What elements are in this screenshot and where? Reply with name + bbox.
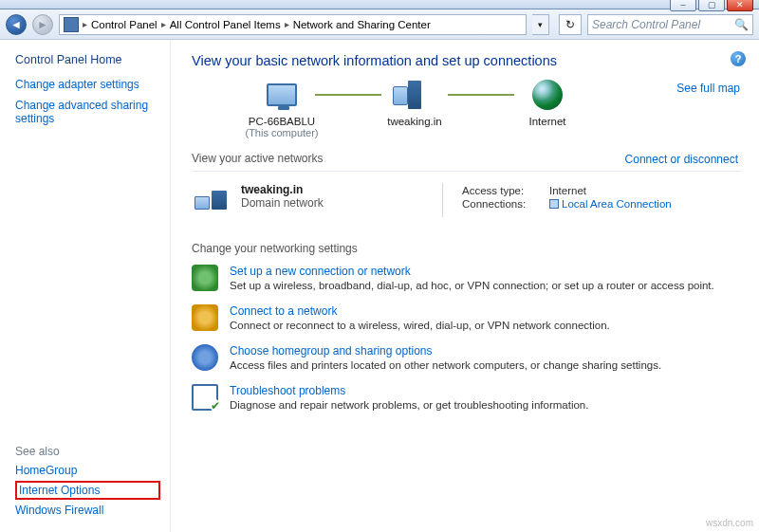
globe-icon	[532, 80, 563, 110]
local-area-connection-link[interactable]: Local Area Connection	[549, 198, 672, 210]
node-internet: Internet	[495, 78, 600, 138]
title-bar: – ▢ ✕	[0, 0, 759, 9]
connect-disconnect-link[interactable]: Connect or disconnect	[625, 153, 738, 166]
task-title[interactable]: Connect to a network	[230, 304, 610, 318]
breadcrumb-2[interactable]: All Control Panel Items	[170, 19, 281, 30]
change-adapter-link[interactable]: Change adapter settings	[15, 78, 160, 91]
back-button[interactable]: ◄	[6, 14, 27, 35]
page-title: View your basic network information and …	[192, 53, 742, 68]
task-troubleshoot[interactable]: Troubleshoot problems Diagnose and repai…	[192, 384, 742, 411]
forward-button[interactable]: ►	[32, 14, 53, 35]
nav-toolbar: ◄ ► ▸ Control Panel ▸ All Control Panel …	[0, 9, 759, 40]
breadcrumb-sep: ▸	[285, 19, 289, 29]
task-desc: Connect or reconnect to a wireless, wire…	[230, 320, 610, 331]
breadcrumb-sep: ▸	[161, 19, 166, 29]
breadcrumb-sep: ▸	[83, 19, 87, 29]
change-settings-heading: Change your networking settings	[192, 242, 742, 255]
node-this-pc-label: PC-66BABLU	[249, 116, 315, 127]
computer-icon	[267, 83, 297, 106]
access-type-value: Internet	[549, 185, 586, 196]
active-network-type: Domain network	[241, 196, 431, 210]
watermark: wsxdn.com	[706, 518, 753, 528]
node-this-pc-sub: (This computer)	[245, 127, 318, 138]
node-this-pc: PC-66BABLU (This computer)	[230, 78, 334, 138]
task-connect-network[interactable]: Connect to a network Connect or reconnec…	[192, 304, 742, 331]
minimize-button[interactable]: –	[670, 0, 696, 11]
task-desc: Set up a wireless, broadband, dial-up, a…	[230, 280, 714, 291]
adapter-icon	[549, 199, 559, 209]
control-panel-icon	[64, 17, 79, 32]
close-button[interactable]: ✕	[727, 0, 753, 11]
active-network-name: tweaking.in	[241, 183, 431, 196]
change-sharing-link[interactable]: Change advanced sharing settings	[15, 99, 160, 125]
node-domain-label: tweaking.in	[387, 116, 442, 127]
see-full-map-link[interactable]: See full map	[676, 82, 740, 95]
sidebar: Control Panel Home Change adapter settin…	[0, 40, 171, 532]
homegroup-icon	[192, 344, 218, 371]
node-internet-label: Internet	[529, 116, 566, 127]
task-desc: Diagnose and repair network problems, or…	[230, 399, 588, 411]
breadcrumb-1[interactable]: Control Panel	[91, 19, 157, 30]
troubleshoot-icon	[192, 384, 218, 411]
main-content: ? View your basic network information an…	[171, 40, 759, 532]
server-icon	[408, 81, 421, 109]
active-network-box: Connect or disconnect tweaking.in Domain…	[192, 171, 742, 229]
maximize-button[interactable]: ▢	[698, 0, 725, 11]
search-icon[interactable]: 🔍	[734, 18, 749, 31]
task-title[interactable]: Set up a new connection or network	[230, 265, 714, 278]
internet-options-link[interactable]: Internet Options	[15, 481, 160, 500]
connections-label: Connections:	[462, 198, 540, 210]
see-also-heading: See also	[15, 445, 160, 458]
task-homegroup[interactable]: Choose homegroup and sharing options Acc…	[192, 344, 742, 371]
task-desc: Access files and printers located on oth…	[230, 359, 661, 371]
task-title[interactable]: Choose homegroup and sharing options	[230, 344, 661, 358]
windows-firewall-link[interactable]: Windows Firewall	[15, 504, 160, 517]
control-panel-home-link[interactable]: Control Panel Home	[15, 53, 160, 66]
breadcrumb-3[interactable]: Network and Sharing Center	[293, 19, 431, 30]
refresh-button[interactable]: ↻	[559, 14, 582, 35]
node-domain: tweaking.in	[362, 78, 467, 138]
help-icon[interactable]: ?	[731, 51, 746, 66]
task-title[interactable]: Troubleshoot problems	[230, 384, 588, 397]
connect-network-icon	[192, 304, 218, 331]
address-dropdown[interactable]: ▾	[532, 14, 549, 35]
see-also-section: See also HomeGroup Internet Options Wind…	[15, 445, 160, 521]
address-bar[interactable]: ▸ Control Panel ▸ All Control Panel Item…	[59, 14, 527, 35]
search-input[interactable]: Search Control Panel 🔍	[587, 14, 753, 35]
homegroup-link[interactable]: HomeGroup	[15, 464, 160, 477]
setup-connection-icon	[192, 265, 218, 291]
access-type-label: Access type:	[462, 185, 540, 196]
network-map: PC-66BABLU (This computer) tweaking.in I…	[230, 78, 742, 138]
task-setup-connection[interactable]: Set up a new connection or network Set u…	[192, 265, 742, 291]
network-icon	[192, 183, 230, 217]
search-placeholder: Search Control Panel	[592, 18, 700, 31]
